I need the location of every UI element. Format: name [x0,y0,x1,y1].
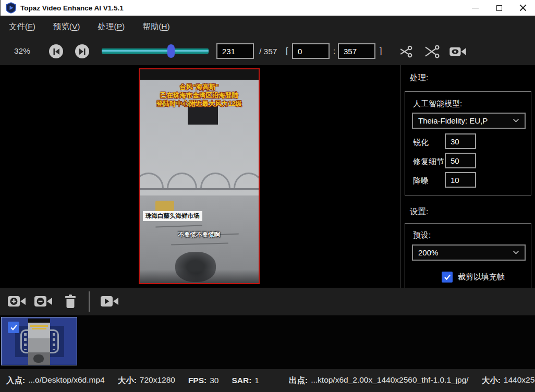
status-fps: FPS:30 [188,376,219,385]
settings-group: 预设: 200% 裁剪以填充帧 [405,223,531,288]
range-open-bracket: [ [286,46,288,56]
topaz-logo-icon [5,2,17,14]
check-icon [10,324,18,331]
skip-back-icon [53,48,60,55]
model-group: 人工智能模型: Theia-Fidelity: EU,P 锐化 修复细节 降噪 [405,91,531,195]
maximize-button[interactable] [487,0,511,16]
camera-plus-icon [7,295,26,308]
scissors-icon [399,45,414,58]
preset-select[interactable]: 200% [412,244,526,261]
check-icon [444,274,451,280]
maximize-icon [496,5,502,11]
clip-thumbnail-selected[interactable] [1,317,77,365]
menu-help[interactable]: 帮助(H) [140,19,172,34]
prev-frame-button[interactable] [49,44,63,58]
status-input-path: 入点:...o/Desktop/x6d.mp4 [6,375,105,386]
main-area: 台风“海高斯” 已在珠海市金湾区沿海登陆 登陆时中心附近最大风力12级 [0,65,535,288]
range-close-bracket: ] [380,46,382,56]
app-window: Topaz Video Enhance AI V1.5.1 文件(F) 预览(V… [0,0,535,392]
preset-select-value: 200% [418,248,513,257]
minimize-button[interactable] [463,0,487,16]
total-frames-label: / 357 [259,47,277,56]
video-bottom-shade [140,270,259,283]
crop-to-fill-checkbox[interactable] [442,272,453,283]
toolbar-divider [89,291,90,312]
minimize-icon [472,8,479,8]
camera-eye-icon [449,45,467,58]
status-sar: SAR:1 [232,376,259,385]
window-title: Topaz Video Enhance AI V1.5.1 [20,4,124,12]
ai-model-label: 人工智能模型: [413,99,462,109]
add-video-button[interactable] [7,293,26,309]
scissors-split-icon [424,45,440,58]
split-button[interactable] [423,44,441,59]
model-select-value: Theia-Fidelity: EU,P [418,116,513,125]
video-location-label: 珠海白藤头海鲜市场 [143,211,202,221]
preset-label: 预设: [413,230,431,240]
denoise-label: 降噪 [413,176,429,186]
clip-strip [0,315,535,369]
camera-minus-icon [34,295,53,308]
restore-detail-input[interactable] [445,153,476,168]
video-bridge [140,167,259,195]
chevron-down-icon [513,250,519,255]
clip-toolbar [0,288,535,315]
thumbnail-image [28,318,50,365]
menu-process[interactable]: 处理(P) [96,19,127,34]
skip-forward-icon [79,48,86,55]
menu-bar: 文件(F) 预览(V) 处理(P) 帮助(H) [0,16,535,38]
timeline-handle[interactable] [167,44,175,58]
preview-button[interactable] [449,44,467,59]
trash-icon [64,294,77,309]
menu-preview[interactable]: 预览(V) [51,19,82,34]
range-separator: : [333,46,335,55]
menu-file[interactable]: 文件(F) [7,19,38,34]
zoom-percent-label: 32% [14,46,30,56]
settings-header: 设置: [410,206,428,217]
cut-button[interactable] [397,44,415,59]
range-start-input[interactable] [292,43,330,59]
video-viewport: 台风“海高斯” 已在珠海市金湾区沿海登陆 登陆时中心附近最大风力12级 [0,65,400,288]
delete-video-button[interactable] [61,293,80,309]
close-icon [519,4,527,11]
status-input-size: 大小:720x1280 [118,375,175,386]
next-frame-button[interactable] [75,44,89,58]
video-subtitle: 不要慌不要慌啊 [140,231,259,239]
crop-to-fill-row: 裁剪以填充帧 [442,272,505,283]
chevron-down-icon [513,118,519,123]
crop-to-fill-label: 裁剪以填充帧 [458,272,505,282]
video-preview: 台风“海高斯” 已在珠海市金湾区沿海登陆 登陆时中心附近最大风力12级 [139,68,260,284]
process-video-button[interactable] [100,293,119,309]
range-end-input[interactable] [338,43,375,59]
sharpen-input[interactable] [445,133,476,149]
video-overlay-title: 台风“海高斯” 已在珠海市金湾区沿海登陆 登陆时中心附近最大风力12级 [140,83,259,108]
timeline-slider[interactable] [102,48,209,54]
model-select[interactable]: Theia-Fidelity: EU,P [412,113,526,129]
status-output-path: 出点:...ktop/x6d_2.00x_1440x2560_thf-1.0.1… [289,375,469,386]
remove-video-button[interactable] [34,293,53,309]
video-top-bar [140,69,259,80]
side-panel: 处理: 人工智能模型: Theia-Fidelity: EU,P 锐化 修复细节… [400,65,535,288]
video-dark-box [188,106,218,125]
status-output-size: 大小:1440x2560 [482,375,535,386]
window-controls [463,0,535,16]
processing-header: 处理: [410,72,428,83]
close-button[interactable] [511,0,535,16]
clip-select-checkbox[interactable] [8,322,19,333]
denoise-input[interactable] [445,172,476,188]
current-frame-input[interactable] [216,43,254,59]
restore-detail-label: 修复细节 [413,157,444,167]
playback-toolbar: 32% / 357 [ : ] [0,38,535,65]
camera-play-icon [100,295,119,308]
sharpen-label: 锐化 [413,138,429,148]
title-bar: Topaz Video Enhance AI V1.5.1 [0,0,535,16]
status-bar: 入点:...o/Desktop/x6d.mp4 大小:720x1280 FPS:… [0,369,535,392]
